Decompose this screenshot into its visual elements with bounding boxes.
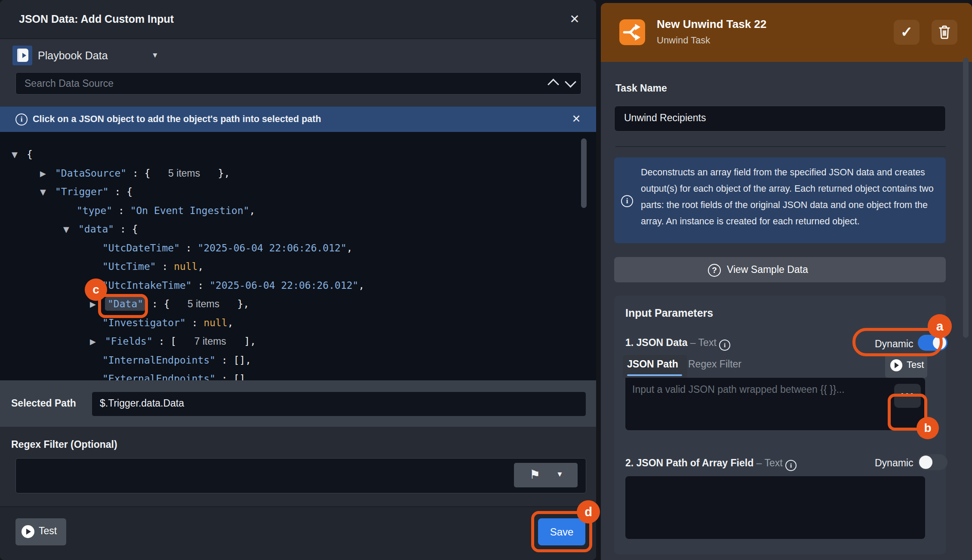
info-icon: i: [15, 113, 28, 125]
dialog-footer: Test Save: [0, 506, 596, 560]
param1-placeholder: Input a valid JSON path wrapped between …: [632, 384, 845, 395]
regex-filter-input[interactable]: ⚑ ▼: [15, 458, 586, 493]
banner-text: Click on a JSON object to add the object…: [33, 114, 321, 125]
tree-segment: :: [192, 280, 210, 291]
tree-segment: : {: [126, 168, 168, 179]
tree-segment: ,: [358, 280, 364, 291]
tree-row[interactable]: ▼"data" : {: [0, 220, 596, 239]
tree-row[interactable]: ▼"Trigger" : {: [0, 183, 596, 202]
tree-segment: null: [203, 317, 227, 328]
tree-segment[interactable]: "UtcIntakeTime": [102, 280, 192, 291]
param1-label: 1. JSON Data – Text i: [625, 337, 730, 351]
test-button[interactable]: Test: [15, 518, 66, 545]
param1-type: – Text: [687, 337, 716, 348]
tab-regex-filter[interactable]: Regex Filter: [688, 358, 741, 370]
task-subtitle: Unwind Task: [657, 35, 710, 46]
info-icon: i: [621, 195, 633, 207]
search-input[interactable]: Search Data Source: [15, 72, 581, 95]
input-parameters-card: Input Parameters 1. JSON Data – Text i D…: [614, 296, 946, 554]
tree-segment: 7 items: [194, 336, 226, 347]
task-name-label: Task Name: [615, 83, 667, 94]
tree-row[interactable]: "ExternalEndpoints" : []: [0, 370, 596, 380]
regex-flags-dropdown[interactable]: ⚑ ▼: [514, 463, 578, 487]
task-name-value: Unwind Recipients: [624, 112, 706, 124]
tree-segment[interactable]: "Investigator": [102, 317, 186, 328]
tree-row[interactable]: "UtcIntakeTime" : "2025-06-04 22:06:26.0…: [0, 276, 596, 295]
task-body: Task Name Unwind Recipients i Deconstruc…: [601, 62, 972, 560]
playbook-icon: [12, 46, 32, 65]
selected-path-bar: Selected Path $.Trigger.data.Data: [0, 380, 596, 427]
tree-segment[interactable]: "UtcTime": [102, 261, 156, 272]
unwind-task-panel: New Unwind Task 22 Unwind Task ✓ Task Na…: [601, 3, 972, 560]
tree-segment[interactable]: "Trigger": [55, 186, 109, 197]
input-parameters-heading: Input Parameters: [625, 307, 713, 319]
param1-dynamic-toggle[interactable]: [918, 335, 947, 351]
tree-segment: {: [27, 149, 33, 160]
flag-icon: ⚑: [529, 468, 540, 482]
dialog-header: JSON Data: Add Custom Input ✕: [0, 0, 596, 39]
param1-textarea[interactable]: Input a valid JSON path wrapped between …: [625, 378, 925, 430]
param2-textarea[interactable]: [625, 476, 925, 539]
tree-scrollbar[interactable]: [581, 138, 587, 208]
json-data-dialog: JSON Data: Add Custom Input ✕ Playbook D…: [0, 0, 596, 560]
tree-row[interactable]: ▼{: [0, 145, 596, 164]
panel-scrollbar[interactable]: [963, 58, 969, 338]
delete-button[interactable]: [932, 20, 957, 45]
chevron-down-icon: ▼: [556, 470, 563, 479]
collapse-icon[interactable]: ▼: [40, 183, 46, 202]
dialog-title: JSON Data: Add Custom Input: [19, 13, 174, 25]
chevron-up-icon[interactable]: [548, 79, 559, 90]
tree-row[interactable]: "InternalEndpoints" : [],: [0, 351, 596, 370]
selected-path-input[interactable]: $.Trigger.data.Data: [92, 392, 586, 416]
tree-segment: "2025-06-04 22:06:26.012": [198, 242, 347, 254]
task-description: Deconstructs an array field from the spe…: [641, 164, 938, 230]
confirm-button[interactable]: ✓: [894, 20, 920, 45]
tree-segment: ],: [226, 336, 256, 347]
more-options-button[interactable]: •••: [894, 384, 921, 408]
view-sample-data-button[interactable]: ? View Sample Data: [614, 257, 946, 282]
tree-segment: :: [156, 261, 174, 272]
chevron-down-icon[interactable]: [565, 76, 576, 88]
param2-label: 2. JSON Path of Array Field – Text i: [625, 457, 797, 471]
tree-segment[interactable]: "DataSource": [55, 168, 126, 179]
expand-icon[interactable]: ▶: [90, 295, 96, 314]
info-icon[interactable]: i: [719, 340, 730, 351]
tab-json-path[interactable]: JSON Path: [627, 358, 678, 370]
collapse-icon[interactable]: ▼: [63, 220, 69, 239]
tree-key-data-highlighted[interactable]: "Data": [105, 297, 146, 311]
tree-segment: :: [186, 317, 204, 328]
tree-segment[interactable]: "UtcDateTime": [102, 242, 180, 254]
task-name-input[interactable]: Unwind Recipients: [614, 106, 946, 132]
chevron-down-icon[interactable]: ▼: [151, 51, 159, 60]
banner-close-icon[interactable]: ✕: [569, 113, 584, 126]
tree-segment: : {: [146, 298, 188, 309]
tree-segment[interactable]: "Fields": [105, 336, 153, 347]
tree-segment: :: [180, 242, 198, 254]
tree-segment[interactable]: "type": [77, 205, 112, 216]
tree-row[interactable]: "Investigator" : null,: [0, 314, 596, 333]
param2-dynamic-toggle[interactable]: [918, 454, 947, 470]
tree-row[interactable]: "type" : "On Event Ingestion",: [0, 202, 596, 220]
collapse-icon[interactable]: ▼: [12, 145, 18, 164]
screen: JSON Data: Add Custom Input ✕ Playbook D…: [0, 0, 972, 560]
tree-row[interactable]: ▶"DataSource" : { 5 items },: [0, 164, 596, 183]
tree-row[interactable]: ▶"Fields" : [ 7 items ],: [0, 332, 596, 351]
save-button[interactable]: Save: [538, 518, 585, 545]
expand-icon[interactable]: ▶: [40, 164, 46, 183]
expand-icon[interactable]: ▶: [90, 332, 96, 351]
tree-row[interactable]: "UtcDateTime" : "2025-06-04 22:06:26.012…: [0, 239, 596, 258]
tree-row[interactable]: ▶"Data" : { 5 items },: [0, 295, 596, 314]
close-icon[interactable]: ✕: [566, 12, 583, 28]
tree-segment: 5 items: [188, 298, 219, 309]
tab-active-underline: [627, 374, 682, 376]
info-icon[interactable]: i: [785, 460, 797, 471]
param1-test-label: Test: [907, 359, 924, 370]
tree-segment[interactable]: "ExternalEndpoints": [102, 373, 215, 380]
tree-segment: ,: [228, 317, 234, 328]
selected-path-label: Selected Path: [11, 398, 76, 409]
data-source-selector[interactable]: Playbook Data: [38, 49, 108, 62]
tree-segment[interactable]: "data": [78, 223, 114, 235]
param1-test-button[interactable]: Test: [885, 353, 927, 378]
tree-row[interactable]: "UtcTime" : null,: [0, 257, 596, 276]
tree-segment[interactable]: "InternalEndpoints": [102, 355, 215, 366]
